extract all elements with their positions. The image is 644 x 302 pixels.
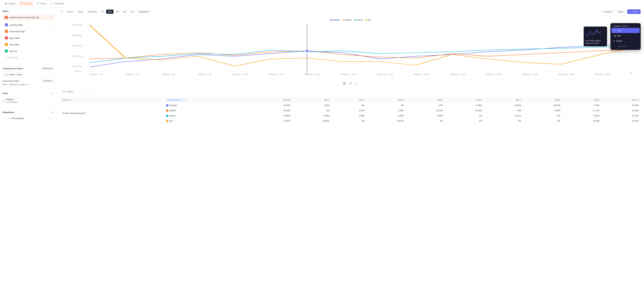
date-val-cell: 9.52% bbox=[562, 113, 602, 118]
divider-1 bbox=[0, 64, 57, 64]
top-nav: Insights Funnels Flows Retention bbox=[0, 0, 644, 8]
step-1-menu[interactable]: ⋯ bbox=[50, 23, 52, 26]
svg-text:May 8: May 8 bbox=[198, 74, 211, 76]
may9-col: May 9 bbox=[562, 97, 602, 103]
may6-col: May 6 bbox=[445, 97, 484, 103]
date-val-cell: 14.29% bbox=[445, 108, 484, 113]
step-1[interactable]: 1 Landing Page ⋯ bbox=[3, 22, 54, 28]
date-val-cell: 12% bbox=[523, 113, 562, 118]
conversion-section: Conversion Criteria Advanced ▾ 🕐 Within … bbox=[0, 65, 57, 88]
svg-rect-3 bbox=[51, 2, 52, 3]
date-val-cell: 33.33% bbox=[292, 118, 332, 124]
segment-name: sidebar bbox=[170, 110, 176, 112]
7d-btn[interactable]: 7D bbox=[100, 10, 106, 14]
segment-checkbox[interactable] bbox=[166, 110, 168, 112]
svg-text:May 12: May 12 bbox=[268, 74, 284, 76]
custom-btn[interactable]: Custom bbox=[64, 10, 75, 14]
breakdown-dots-icon[interactable]: ⋯ bbox=[52, 117, 54, 120]
date-val-cell: 20.59% bbox=[602, 103, 641, 108]
conversion-rate-row: Conversion Rate All Steps ▾ bbox=[3, 79, 54, 82]
6m-btn[interactable]: 6M bbox=[121, 10, 128, 14]
utm-col-header[interactable]: UTM Medium 4 ▾ bbox=[164, 97, 251, 103]
chart-area: $organic sidebar search ads bbox=[57, 16, 644, 80]
metric-section: Metric Landing Page through Sign Up ⋯ 1 … bbox=[0, 8, 57, 64]
dropdown-metric[interactable]: # Metric bbox=[612, 38, 640, 44]
svg-rect-4 bbox=[52, 2, 53, 3]
date-val-cell: 11.11% bbox=[484, 113, 523, 118]
avg-cell: 15.92% bbox=[251, 108, 292, 113]
may5-col: May 5 bbox=[406, 97, 445, 103]
12m-btn[interactable]: 12M bbox=[128, 10, 136, 14]
layout-wide-icon[interactable] bbox=[354, 81, 359, 86]
segment-checkbox[interactable] bbox=[166, 120, 168, 122]
nav-retention[interactable]: Retention bbox=[49, 1, 66, 6]
step-5-menu[interactable]: ⋯ bbox=[50, 50, 52, 53]
search-input[interactable] bbox=[66, 90, 92, 93]
date-val-cell: 14.29% bbox=[562, 118, 602, 124]
layout-full-icon[interactable] bbox=[342, 81, 347, 86]
step-5-label: Sign Up bbox=[10, 50, 17, 52]
line-btn[interactable]: Line ▾ bbox=[627, 10, 641, 14]
chevron-down-icon: ▾ bbox=[52, 67, 53, 70]
chart-toolbar: Custom Today Yesterday 7D 30D 3M 6M 12M … bbox=[57, 8, 644, 16]
step-4[interactable]: 4 App Open ⋯ bbox=[3, 41, 54, 48]
nav-insights-label: Insights bbox=[8, 2, 16, 5]
step-3[interactable]: 3 App Install ⋯ bbox=[3, 35, 54, 41]
date-val-cell: 0% bbox=[332, 118, 366, 124]
metric-header[interactable]: Landing Page through Sign Up ⋯ bbox=[3, 14, 54, 20]
segment-checkbox[interactable] bbox=[166, 115, 168, 117]
date-val-cell: 0% bbox=[445, 113, 484, 118]
funnel-col-header[interactable]: Funnel 1 ▾ bbox=[60, 97, 164, 103]
30d-btn[interactable]: 30D bbox=[106, 10, 114, 14]
step-2[interactable]: 2 Download Page ⋯ bbox=[3, 28, 54, 35]
segment-checkbox[interactable] bbox=[166, 104, 168, 106]
add-filter-button[interactable]: + bbox=[50, 92, 54, 95]
svg-rect-7 bbox=[61, 10, 63, 12]
nav-insights[interactable]: Insights bbox=[3, 1, 18, 6]
step-3-menu[interactable]: ⋯ bbox=[50, 36, 52, 40]
3m-btn[interactable]: 3M bbox=[114, 10, 120, 14]
conversion-badge[interactable]: Advanced ▾ bbox=[41, 67, 54, 70]
all-steps-badge[interactable]: All Steps ▾ bbox=[42, 79, 54, 82]
step-1-label: Landing Page bbox=[10, 24, 23, 26]
date-val-cell: 0% bbox=[406, 118, 445, 124]
step-4-menu[interactable]: ⋯ bbox=[50, 43, 52, 46]
date-val-cell: 9.38% bbox=[366, 108, 406, 113]
filter-segment-btn[interactable]: Filter + Segment on Step 1 ▾ bbox=[3, 84, 54, 86]
svg-text:May 22: May 22 bbox=[450, 74, 466, 76]
layout-half-icon[interactable] bbox=[348, 81, 353, 86]
date-val-cell: 5.56% bbox=[406, 113, 445, 118]
svg-text:May 2: May 2 bbox=[90, 74, 102, 76]
svg-text:May 4: May 4 bbox=[126, 74, 139, 76]
linear-btn[interactable]: Linear ▾ bbox=[599, 10, 614, 14]
legend-sidebar: sidebar bbox=[343, 19, 352, 21]
drag-handle-icon[interactable]: ⋮⋮ bbox=[3, 117, 7, 120]
svg-text:0%: 0% bbox=[74, 70, 82, 72]
add-breakdown-button[interactable]: + bbox=[50, 110, 54, 114]
date-val-cell: 18.18% bbox=[602, 108, 641, 113]
dropdown-bar-label: Bar bbox=[618, 34, 621, 37]
avg-cell: 14.85% bbox=[251, 113, 292, 118]
metric-dots[interactable]: ⋯ bbox=[50, 16, 52, 19]
date-val-cell: 9.76% bbox=[562, 103, 602, 108]
day-btn[interactable]: Day ▾ bbox=[616, 10, 626, 14]
line-chart: 50% 40% 30% 20% 10% 0% May 2 May 4 May 6… bbox=[60, 23, 641, 77]
svg-text:May 24: May 24 bbox=[486, 74, 502, 76]
nav-flows[interactable]: Flows bbox=[35, 1, 48, 6]
table-search-container[interactable]: 🔍 bbox=[60, 89, 94, 94]
compare-btn[interactable]: Compare ▾ bbox=[137, 10, 151, 14]
add-step-button[interactable]: + + Add Step bbox=[3, 54, 54, 61]
filter-menu[interactable]: ⋯ bbox=[52, 99, 54, 102]
step-2-menu[interactable]: ⋯ bbox=[50, 30, 52, 33]
dropdown-line[interactable]: Line bbox=[612, 28, 640, 33]
may8-col: May 8 bbox=[523, 97, 562, 103]
legend-ads-label: ads bbox=[368, 19, 371, 21]
breakdown-close-icon[interactable]: ✕ bbox=[49, 117, 51, 120]
dropdown-bar[interactable]: Bar bbox=[612, 33, 640, 38]
step-5[interactable]: 5 Sign Up ⋯ bbox=[3, 48, 54, 54]
yesterday-btn[interactable]: Yesterday bbox=[86, 10, 99, 14]
today-btn[interactable]: Today bbox=[76, 10, 85, 14]
breakdown-name: UTM Medium bbox=[11, 117, 24, 120]
nav-funnels[interactable]: Funnels bbox=[18, 1, 34, 6]
table-layout-bar bbox=[57, 80, 644, 87]
